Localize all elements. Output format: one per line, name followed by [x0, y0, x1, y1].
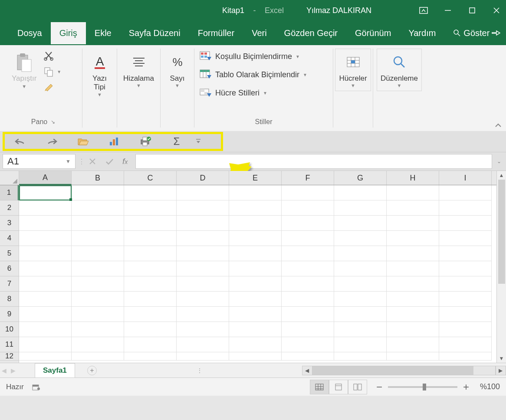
vertical-scrollbar[interactable]: ▲ ▼ — [496, 171, 506, 363]
col-header[interactable]: E — [229, 171, 282, 185]
cell[interactable] — [229, 322, 282, 337]
cell[interactable] — [124, 216, 177, 231]
enter-formula-icon[interactable] — [105, 158, 114, 165]
tab-gozden-gecir[interactable]: Gözden Geçir — [276, 22, 346, 44]
share-icon[interactable] — [490, 28, 501, 38]
cell-styles-button[interactable]: Hücre Stilleri ▼ — [198, 85, 268, 101]
new-sheet-button[interactable]: + — [87, 366, 97, 375]
cell[interactable] — [282, 231, 334, 246]
name-box[interactable]: A1 ▼ — [3, 154, 76, 169]
alignment-button[interactable]: Hizalama ▼ — [119, 49, 158, 91]
cell[interactable] — [282, 200, 334, 216]
cell[interactable] — [282, 246, 334, 261]
minimize-icon[interactable] — [442, 4, 454, 16]
cell[interactable] — [72, 261, 124, 276]
cell[interactable] — [229, 292, 282, 307]
cell[interactable] — [124, 352, 177, 361]
cell[interactable] — [177, 231, 229, 246]
cell[interactable] — [72, 352, 124, 361]
cell[interactable] — [282, 322, 334, 337]
cell[interactable] — [177, 276, 229, 292]
cell[interactable] — [72, 216, 124, 231]
editing-dropdown-icon[interactable]: ▼ — [397, 83, 402, 88]
cell[interactable] — [439, 200, 492, 216]
cell[interactable] — [124, 322, 177, 337]
cell[interactable] — [439, 185, 492, 200]
zoom-in-button[interactable]: + — [462, 381, 470, 393]
insert-function-icon[interactable]: fx — [122, 157, 128, 166]
alignment-dropdown-icon[interactable]: ▼ — [136, 83, 141, 88]
cell[interactable] — [387, 337, 439, 352]
cell[interactable] — [387, 307, 439, 322]
cell[interactable] — [334, 246, 387, 261]
cell[interactable] — [19, 352, 72, 361]
cell[interactable] — [72, 231, 124, 246]
cell[interactable] — [439, 231, 492, 246]
font-button[interactable]: A Yazı Tipi ▼ — [88, 49, 112, 100]
cell[interactable] — [177, 322, 229, 337]
cell[interactable] — [19, 246, 72, 261]
cell[interactable] — [282, 307, 334, 322]
paste-dropdown-icon[interactable]: ▼ — [22, 83, 26, 89]
cell[interactable] — [334, 322, 387, 337]
cell[interactable] — [72, 322, 124, 337]
cell[interactable] — [229, 261, 282, 276]
cell[interactable] — [177, 216, 229, 231]
cell[interactable] — [387, 292, 439, 307]
cell[interactable] — [282, 216, 334, 231]
cell[interactable] — [72, 337, 124, 352]
cell[interactable] — [124, 307, 177, 322]
cell[interactable] — [19, 231, 72, 246]
scroll-up-icon[interactable]: ▲ — [497, 171, 506, 180]
row-header[interactable]: 7 — [0, 276, 19, 292]
maximize-icon[interactable] — [466, 4, 478, 16]
row-header[interactable]: 3 — [0, 216, 19, 231]
cell[interactable] — [282, 276, 334, 292]
macro-record-icon[interactable] — [32, 383, 41, 391]
cell[interactable] — [229, 352, 282, 361]
redo-button[interactable] — [36, 134, 67, 149]
page-break-view-button[interactable] — [348, 380, 367, 394]
user-name[interactable]: Yılmaz DALKIRAN — [306, 6, 371, 15]
cell[interactable] — [387, 216, 439, 231]
tab-formuller[interactable]: Formüller — [189, 22, 243, 44]
cell[interactable] — [334, 216, 387, 231]
cell[interactable] — [72, 246, 124, 261]
cell[interactable] — [282, 185, 334, 200]
formula-input[interactable] — [135, 154, 492, 169]
col-header[interactable]: C — [124, 171, 177, 185]
open-button[interactable] — [67, 134, 99, 149]
cell[interactable] — [19, 185, 72, 200]
row-header[interactable]: 9 — [0, 307, 19, 322]
cell[interactable] — [387, 185, 439, 200]
sheet-nav-next-icon[interactable]: ▶ — [11, 367, 16, 374]
tab-gorunum[interactable]: Görünüm — [346, 22, 400, 44]
cell[interactable] — [177, 185, 229, 200]
cell[interactable] — [387, 261, 439, 276]
cell[interactable] — [72, 307, 124, 322]
cell[interactable] — [229, 200, 282, 216]
cell[interactable] — [177, 261, 229, 276]
col-header[interactable]: H — [387, 171, 439, 185]
sheet-nav-prev-icon[interactable]: ◀ — [2, 367, 7, 374]
row-header[interactable]: 12 — [0, 352, 19, 361]
copy-dropdown-icon[interactable]: ▼ — [57, 69, 61, 74]
print-preview-button[interactable] — [130, 134, 161, 149]
cell[interactable] — [229, 231, 282, 246]
font-dropdown-icon[interactable]: ▼ — [97, 92, 102, 97]
undo-button[interactable] — [5, 134, 36, 149]
cell[interactable] — [334, 352, 387, 361]
cell[interactable] — [229, 216, 282, 231]
tab-veri[interactable]: Veri — [243, 22, 275, 44]
cell[interactable] — [229, 307, 282, 322]
page-layout-view-button[interactable] — [329, 380, 348, 394]
cell[interactable] — [439, 322, 492, 337]
cell[interactable] — [72, 185, 124, 200]
namebox-dropdown-icon[interactable]: ▼ — [66, 158, 71, 164]
tab-giris[interactable]: Giriş — [51, 22, 86, 44]
row-header[interactable]: 6 — [0, 261, 19, 276]
scroll-right-icon[interactable]: ▶ — [496, 366, 506, 375]
paste-button[interactable]: Yapıştır ▼ — [8, 49, 40, 92]
cell[interactable] — [334, 231, 387, 246]
cell[interactable] — [334, 307, 387, 322]
